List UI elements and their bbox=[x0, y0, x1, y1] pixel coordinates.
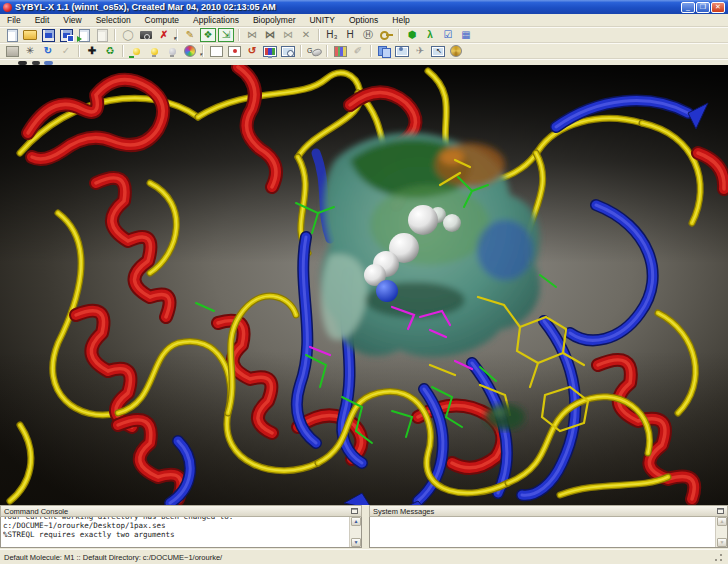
snapshot-camera-icon[interactable] bbox=[138, 28, 154, 42]
toolbar-separator bbox=[238, 29, 240, 41]
bottom-panels: Command Console Your current working dir… bbox=[0, 505, 728, 549]
hydrogen-circled-icon[interactable]: Ⓗ bbox=[360, 28, 376, 42]
merge-molecules-icon[interactable]: ⋈ bbox=[244, 28, 260, 42]
blank-swatch-icon[interactable] bbox=[208, 44, 224, 58]
spreadsheet-icon[interactable]: ▦ bbox=[458, 28, 474, 42]
break-bond-icon[interactable]: ✕ bbox=[298, 28, 314, 42]
add-hydrogens-icon[interactable]: H₃ bbox=[324, 28, 340, 42]
fit-view-icon[interactable]: ⇲ bbox=[218, 28, 234, 42]
status-bar: Default Molecule: M1 :: Default Director… bbox=[0, 549, 728, 564]
save-as-icon[interactable] bbox=[58, 28, 74, 42]
component-manager-icon[interactable] bbox=[332, 44, 348, 58]
menu-view[interactable]: View bbox=[56, 14, 88, 26]
brush-disabled-icon[interactable]: ✐ bbox=[350, 44, 366, 58]
color-palette-icon[interactable]: ▾ bbox=[182, 44, 198, 58]
lasso-select-icon[interactable]: ◯ bbox=[120, 28, 136, 42]
menu-biopolymer[interactable]: Biopolymer bbox=[246, 14, 303, 26]
menu-selection[interactable]: Selection bbox=[89, 14, 138, 26]
scroll-up-icon[interactable]: ▲ bbox=[717, 517, 727, 526]
join-fragments-icon[interactable]: ⋈ bbox=[280, 28, 296, 42]
toolbar-separator bbox=[78, 45, 80, 57]
viewport-3d[interactable] bbox=[0, 65, 728, 505]
key-tool-icon[interactable] bbox=[378, 28, 394, 42]
menu-bar: FileEditViewSelectionComputeApplications… bbox=[0, 14, 728, 27]
open-file-icon[interactable] bbox=[22, 28, 38, 42]
panel-dock-icon[interactable] bbox=[351, 508, 358, 514]
translate-rotate-icon[interactable]: ✚ bbox=[84, 44, 100, 58]
command-console-title: Command Console bbox=[4, 507, 351, 516]
nitrogen-sphere bbox=[376, 280, 398, 302]
console-scrollbar[interactable]: ▲ ▼ bbox=[349, 517, 361, 547]
windows-cascade-icon[interactable] bbox=[376, 44, 392, 58]
display-settings-icon[interactable] bbox=[262, 44, 278, 58]
close-button[interactable]: ✕ bbox=[711, 2, 725, 13]
command-console-body[interactable]: Your current working directory has been … bbox=[0, 517, 362, 548]
button-panel-icon[interactable] bbox=[4, 44, 20, 58]
toolbar-separator bbox=[176, 29, 178, 41]
render-palette-icon[interactable] bbox=[448, 44, 464, 58]
menu-applications[interactable]: Applications bbox=[186, 14, 246, 26]
title-bar[interactable]: SYBYL-X 1.1 (winnt_os5x), Created Mar 04… bbox=[0, 0, 728, 14]
import-molecule-icon[interactable] bbox=[76, 28, 92, 42]
label-atoms-icon[interactable] bbox=[226, 44, 242, 58]
light-off-icon[interactable] bbox=[164, 44, 180, 58]
session-monitor-icon[interactable] bbox=[394, 44, 410, 58]
toolbar-row-1: ◯✗▾✎❖⇲⋈⋈⋈✕H₃HⒽ⬢λ☑▦ bbox=[0, 27, 728, 43]
light-new-icon[interactable] bbox=[128, 44, 144, 58]
panel-dock-icon[interactable] bbox=[717, 508, 724, 514]
new-file-icon[interactable] bbox=[4, 28, 20, 42]
molecule-handles-icon[interactable]: ✳ bbox=[22, 44, 38, 58]
system-messages-panel: System Messages ▲ ▼ bbox=[369, 505, 728, 549]
export-molecule-icon[interactable] bbox=[94, 28, 110, 42]
build-edit-icon[interactable]: ❖ bbox=[200, 28, 216, 42]
fuse-rings-icon[interactable]: ⋈ bbox=[262, 28, 278, 42]
menu-unity[interactable]: UNITY bbox=[302, 14, 342, 26]
light-on-icon[interactable] bbox=[146, 44, 162, 58]
menu-compute[interactable]: Compute bbox=[138, 14, 187, 26]
toolbar-separator bbox=[318, 29, 320, 41]
toolbar-separator bbox=[202, 45, 204, 57]
scroll-up-icon[interactable]: ▲ bbox=[351, 517, 361, 526]
sketch-molecule-icon[interactable]: ✎ bbox=[182, 28, 198, 42]
refresh-display-icon[interactable]: ↻ bbox=[40, 44, 56, 58]
command-console-header[interactable]: Command Console bbox=[0, 505, 362, 517]
scroll-down-icon[interactable]: ▼ bbox=[717, 538, 727, 547]
benzene-ring-icon[interactable]: ⬢ bbox=[404, 28, 420, 42]
maximize-button[interactable]: ❐ bbox=[696, 2, 710, 13]
table-check-icon[interactable]: ☑ bbox=[440, 28, 456, 42]
toolbar-separator bbox=[114, 29, 116, 41]
app-icon bbox=[3, 3, 12, 12]
resize-grip[interactable] bbox=[714, 553, 723, 562]
apply-disabled-icon[interactable]: ✓ bbox=[58, 44, 74, 58]
biopolymer-builder-icon[interactable]: λ bbox=[422, 28, 438, 42]
hydrogen-icon[interactable]: H bbox=[342, 28, 358, 42]
protein-scene bbox=[0, 65, 728, 505]
menu-options[interactable]: Options bbox=[342, 14, 385, 26]
remote-display-icon[interactable] bbox=[430, 44, 446, 58]
command-console-panel: Command Console Your current working dir… bbox=[0, 505, 362, 549]
toolbar-separator bbox=[326, 45, 328, 57]
system-messages-scrollbar[interactable]: ▲ ▼ bbox=[715, 517, 727, 547]
system-messages-body[interactable]: ▲ ▼ bbox=[369, 517, 728, 548]
sybyl-window: SYBYL-X 1.1 (winnt_os5x), Created Mar 04… bbox=[0, 0, 728, 564]
menu-help[interactable]: Help bbox=[385, 14, 416, 26]
recycle-view-icon[interactable]: ♻ bbox=[102, 44, 118, 58]
scroll-down-icon[interactable]: ▼ bbox=[351, 538, 361, 547]
zoom-display-icon[interactable] bbox=[280, 44, 296, 58]
window-title: SYBYL-X 1.1 (winnt_os5x), Created Mar 04… bbox=[15, 2, 681, 12]
delete-icon[interactable]: ✗▾ bbox=[156, 28, 172, 42]
system-messages-header[interactable]: System Messages bbox=[369, 505, 728, 517]
minimize-button[interactable]: _ bbox=[681, 2, 695, 13]
send-view-icon[interactable]: ✈ bbox=[412, 44, 428, 58]
status-text: Default Molecule: M1 :: Default Director… bbox=[4, 553, 714, 562]
menu-file[interactable]: File bbox=[0, 14, 28, 26]
system-messages-title: System Messages bbox=[373, 507, 717, 516]
swap-colors-icon[interactable]: ↺ bbox=[244, 44, 260, 58]
toolbar-separator bbox=[122, 45, 124, 57]
save-icon[interactable] bbox=[40, 28, 56, 42]
toolbar-separator bbox=[398, 29, 400, 41]
console-line: %STREQL requires exactly two arguments bbox=[3, 530, 348, 539]
mouse-settings-icon[interactable] bbox=[306, 44, 322, 58]
console-line: c:/DOCUME~1/orourke/Desktop/1pax.ses bbox=[3, 521, 348, 530]
menu-edit[interactable]: Edit bbox=[28, 14, 57, 26]
